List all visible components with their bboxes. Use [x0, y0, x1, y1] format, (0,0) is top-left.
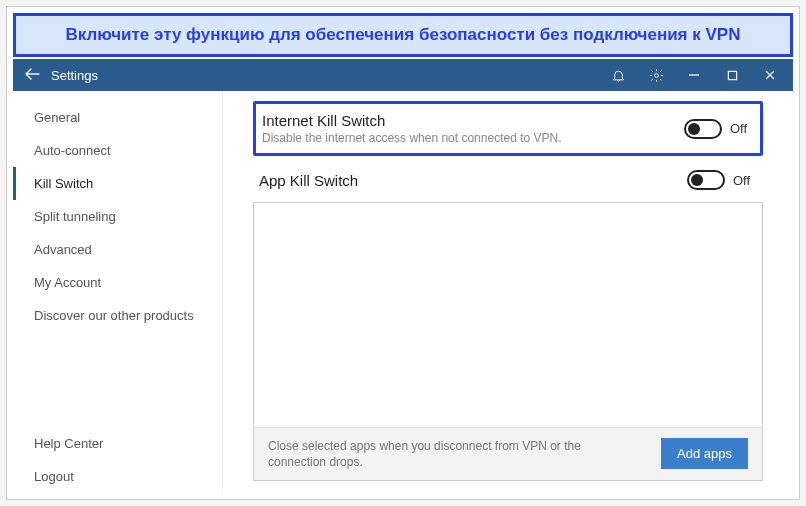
bell-icon[interactable] — [601, 59, 635, 91]
sidebar: General Auto-connect Kill Switch Split t… — [13, 91, 223, 493]
app-kill-switch-row: App Kill Switch Off — [253, 162, 763, 198]
maximize-icon[interactable] — [715, 59, 749, 91]
close-icon[interactable] — [753, 59, 787, 91]
back-arrow-icon[interactable] — [13, 67, 51, 84]
sidebar-item-general[interactable]: General — [13, 101, 222, 134]
window-title: Settings — [51, 68, 98, 83]
minimize-icon[interactable] — [677, 59, 711, 91]
annotation-banner: Включите эту функцию для обеспечения без… — [13, 13, 793, 57]
sidebar-item-logout[interactable]: Logout — [13, 460, 222, 493]
internet-kill-switch-toggle[interactable] — [684, 119, 722, 139]
app-kill-switch-toggle[interactable] — [687, 170, 725, 190]
window-titlebar: Settings — [13, 59, 793, 91]
internet-kill-switch-title: Internet Kill Switch — [262, 112, 684, 129]
svg-point-0 — [654, 73, 658, 77]
app-kill-switch-state: Off — [733, 173, 757, 188]
sidebar-item-split-tunneling[interactable]: Split tunneling — [13, 200, 222, 233]
content-pane: Internet Kill Switch Disable the interne… — [223, 91, 793, 493]
app-kill-list: Close selected apps when you disconnect … — [253, 202, 763, 481]
internet-kill-switch-row: Internet Kill Switch Disable the interne… — [253, 101, 763, 156]
app-kill-list-body — [254, 203, 762, 427]
gear-icon[interactable] — [639, 59, 673, 91]
internet-kill-switch-state: Off — [730, 121, 754, 136]
internet-kill-switch-subtitle: Disable the internet access when not con… — [262, 131, 684, 145]
add-apps-button[interactable]: Add apps — [661, 438, 748, 469]
sidebar-item-kill-switch[interactable]: Kill Switch — [13, 167, 222, 200]
app-kill-list-footer: Close selected apps when you disconnect … — [254, 427, 762, 480]
sidebar-item-advanced[interactable]: Advanced — [13, 233, 222, 266]
sidebar-item-help-center[interactable]: Help Center — [13, 427, 222, 460]
sidebar-item-auto-connect[interactable]: Auto-connect — [13, 134, 222, 167]
app-kill-footer-text: Close selected apps when you disconnect … — [268, 438, 661, 470]
svg-rect-2 — [728, 71, 736, 79]
sidebar-item-discover[interactable]: Discover our other products — [13, 299, 222, 332]
sidebar-item-my-account[interactable]: My Account — [13, 266, 222, 299]
app-kill-switch-title: App Kill Switch — [259, 172, 687, 189]
